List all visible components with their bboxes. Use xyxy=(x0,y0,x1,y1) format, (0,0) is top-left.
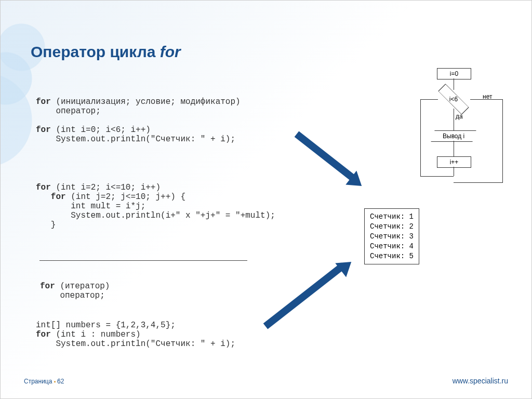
flow-output-box: Вывод i xyxy=(431,130,476,142)
code-block-nested-for: for (int i=2; i<=10; i++) for (int j=2; … xyxy=(36,183,275,230)
title-text: Оператор цикла xyxy=(31,43,160,60)
flow-condition-diamond: i<6 xyxy=(437,90,470,109)
output-line: Счетчик: 2 xyxy=(370,222,414,232)
footer-page: Страница ▪ 62 xyxy=(24,378,64,385)
footer-site: www.specialist.ru xyxy=(453,377,508,385)
output-line: Счетчик: 5 xyxy=(370,251,414,261)
flow-condition-text: i<6 xyxy=(437,90,470,109)
flow-label-yes: да xyxy=(456,113,463,120)
footer-page-label: Страница xyxy=(24,378,52,385)
output-line: Счетчик: 3 xyxy=(370,232,414,242)
flow-line xyxy=(502,99,503,182)
flow-line xyxy=(470,99,502,100)
flow-increment-box: i++ xyxy=(437,156,471,168)
flowchart: i=0 i<6 нет да Вывод i i++ xyxy=(411,68,510,188)
flow-line xyxy=(454,141,454,156)
flow-line xyxy=(420,99,421,176)
code-block-foreach-example: int[] numbers = {1,2,3,4,5}; for (int i … xyxy=(36,321,235,349)
flow-line xyxy=(420,99,438,100)
output-line: Счетчик: 1 xyxy=(370,212,414,222)
code-block-for-syntax: for (инициализация; условие; модификатор… xyxy=(36,97,241,144)
title-keyword: for xyxy=(160,43,181,60)
slide-title: Оператор цикла for xyxy=(31,43,181,61)
slide: Оператор цикла for for (инициализация; у… xyxy=(0,0,532,399)
footer-page-number: 62 xyxy=(57,378,64,385)
flow-line xyxy=(420,176,454,177)
code-block-foreach-syntax: for (итератор) оператор; xyxy=(40,282,110,300)
flow-line xyxy=(454,78,454,90)
flow-output-text: Вывод i xyxy=(443,131,464,141)
flow-line xyxy=(454,182,503,183)
output-box: Счетчик: 1 Счетчик: 2 Счетчик: 3 Счетчик… xyxy=(364,208,419,264)
flow-init-box: i=0 xyxy=(437,68,471,79)
flow-line xyxy=(454,109,454,130)
output-line: Счетчик: 4 xyxy=(370,242,414,251)
separator-line xyxy=(39,260,247,261)
flow-line xyxy=(454,167,454,176)
